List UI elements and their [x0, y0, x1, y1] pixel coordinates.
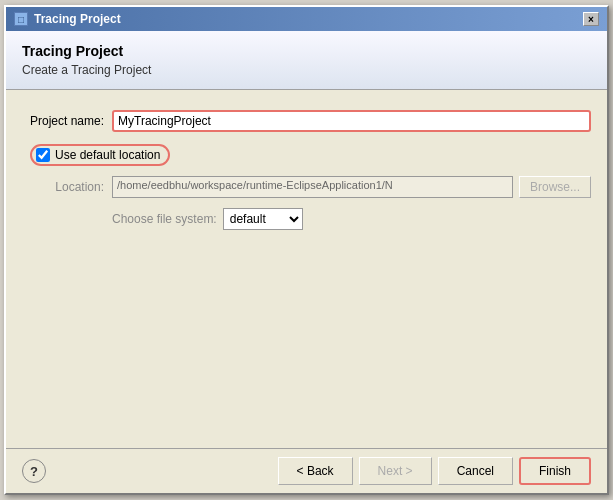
browse-button: Browse...: [519, 176, 591, 198]
location-value: /home/eedbhu/workspace/runtime-EclipseAp…: [112, 176, 513, 198]
dialog-title: Tracing Project: [22, 43, 591, 59]
use-default-location-checkbox[interactable]: [36, 148, 50, 162]
window-icon: □: [14, 12, 28, 26]
header-section: Tracing Project Create a Tracing Project: [6, 31, 607, 90]
dialog-subtitle: Create a Tracing Project: [22, 63, 591, 77]
close-button[interactable]: ×: [583, 12, 599, 26]
filesystem-row: Choose file system: default: [112, 208, 591, 230]
cancel-button[interactable]: Cancel: [438, 457, 513, 485]
back-button[interactable]: < Back: [278, 457, 353, 485]
titlebar: □ Tracing Project ×: [6, 7, 607, 31]
finish-button[interactable]: Finish: [519, 457, 591, 485]
help-button[interactable]: ?: [22, 459, 46, 483]
use-default-location-row: Use default location: [30, 144, 591, 166]
use-default-location-text: Use default location: [55, 148, 160, 162]
window-title: Tracing Project: [34, 12, 121, 26]
location-label: Location:: [22, 180, 112, 194]
filesystem-select[interactable]: default: [223, 208, 303, 230]
project-name-row: Project name:: [22, 110, 591, 132]
footer: ? < Back Next > Cancel Finish: [6, 448, 607, 493]
titlebar-left: □ Tracing Project: [14, 12, 121, 26]
filesystem-label: Choose file system:: [112, 212, 217, 226]
project-name-label: Project name:: [22, 114, 112, 128]
main-window: □ Tracing Project × Tracing Project Crea…: [4, 5, 609, 495]
content-area: Project name: Use default location Locat…: [6, 90, 607, 448]
footer-right: < Back Next > Cancel Finish: [278, 457, 591, 485]
location-row: Location: /home/eedbhu/workspace/runtime…: [22, 176, 591, 198]
next-button: Next >: [359, 457, 432, 485]
use-default-location-label: Use default location: [30, 144, 170, 166]
footer-left: ?: [22, 459, 46, 483]
project-name-input[interactable]: [112, 110, 591, 132]
